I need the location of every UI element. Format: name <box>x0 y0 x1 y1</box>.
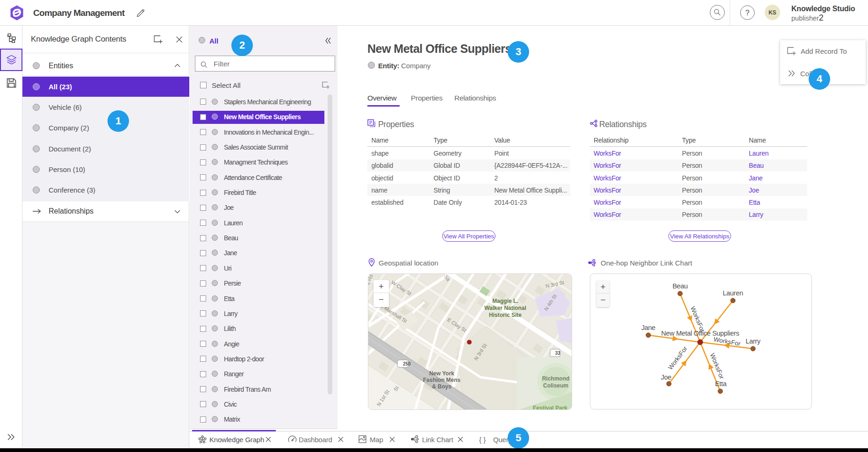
svg-text:?: ? <box>746 9 750 17</box>
svg-text:Walker National: Walker National <box>484 305 526 311</box>
svg-text:Larry: Larry <box>746 337 761 345</box>
svg-text:Fashion Mens: Fashion Mens <box>423 377 460 383</box>
svg-text:WorksFor: WorksFor <box>667 345 689 371</box>
svg-text:Maggie L.: Maggie L. <box>492 298 518 304</box>
svg-text:Joe: Joe <box>661 373 672 381</box>
svg-text:Coliseum: Coliseum <box>543 382 568 389</box>
svg-text:Jane: Jane <box>641 324 655 331</box>
svg-text:& Boys: & Boys <box>432 383 452 390</box>
svg-text:33: 33 <box>555 351 561 356</box>
svg-text:Richmond: Richmond <box>542 375 570 382</box>
svg-text:Lauren: Lauren <box>723 289 743 297</box>
svg-text:Festival Park: Festival Park <box>533 405 567 410</box>
svg-text:New Metal Office Suppliers: New Metal Office Suppliers <box>661 330 739 337</box>
svg-text:New York: New York <box>429 370 454 377</box>
svg-text:250: 250 <box>403 361 411 366</box>
svg-text:Historic Site: Historic Site <box>489 312 522 318</box>
svg-text:Beau: Beau <box>673 282 688 290</box>
svg-text:Etta: Etta <box>715 380 727 387</box>
